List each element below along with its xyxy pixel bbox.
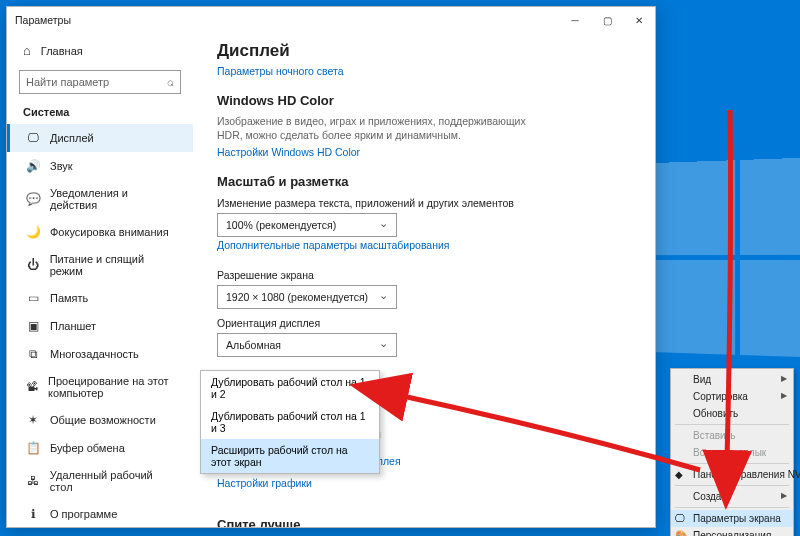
context-menu-label: Вид: [693, 374, 711, 385]
sidebar-item-10[interactable]: 📋Буфер обмена: [7, 434, 193, 462]
sidebar-item-icon: ▭: [26, 291, 40, 305]
orientation-label: Ориентация дисплея: [217, 317, 631, 329]
window-titlebar: Параметры ─ ▢ ✕: [7, 7, 655, 33]
sidebar-item-6[interactable]: ▣Планшет: [7, 312, 193, 340]
resolution-label: Разрешение экрана: [217, 269, 631, 281]
sidebar-item-label: Планшет: [50, 320, 96, 332]
hdcolor-link[interactable]: Настройки Windows HD Color: [217, 144, 631, 168]
context-menu-label: Параметры экрана: [693, 513, 781, 524]
context-menu-label: Вставить: [693, 430, 735, 441]
home-icon: ⌂: [23, 43, 31, 58]
orientation-dropdown[interactable]: Альбомная: [217, 333, 397, 357]
sidebar-item-3[interactable]: 🌙Фокусировка внимания: [7, 218, 193, 246]
resolution-dropdown[interactable]: 1920 × 1080 (рекомендуется): [217, 285, 397, 309]
minimize-button[interactable]: ─: [559, 7, 591, 33]
submenu-arrow-icon: ▶: [781, 391, 787, 400]
context-menu-item-11[interactable]: 🖵Параметры экрана: [671, 510, 793, 527]
sleep-heading: Спите лучше: [217, 517, 631, 527]
context-menu-item-12[interactable]: 🎨Персонализация: [671, 527, 793, 536]
sidebar-item-icon: ℹ: [26, 507, 40, 521]
sidebar-item-icon: 💬: [26, 192, 40, 206]
context-menu-item-9[interactable]: Создать▶: [671, 488, 793, 505]
context-menu-icon: 🎨: [675, 530, 687, 536]
sidebar-item-label: Общие возможности: [50, 414, 156, 426]
context-menu-label: Создать: [693, 491, 731, 502]
sidebar-item-11[interactable]: 🖧Удаленный рабочий стол: [7, 462, 193, 500]
context-menu-label: Персонализация: [693, 530, 771, 536]
context-menu-item-4: Вставить: [671, 427, 793, 444]
home-label: Главная: [41, 45, 83, 57]
sidebar-group-title: Система: [7, 102, 193, 124]
sidebar: ⌂ Главная Найти параметр ⌕ Система 🖵Дисп…: [7, 33, 193, 527]
context-menu-item-7[interactable]: ◆Панель управления NVIDIA: [671, 466, 793, 483]
sidebar-item-1[interactable]: 🔊Звук: [7, 152, 193, 180]
window-title: Параметры: [15, 14, 71, 26]
sidebar-item-2[interactable]: 💬Уведомления и действия: [7, 180, 193, 218]
sidebar-item-label: Уведомления и действия: [50, 187, 177, 211]
display-mode-option-0[interactable]: Дублировать рабочий стол на 1 и 2: [201, 371, 379, 405]
search-input[interactable]: Найти параметр ⌕: [19, 70, 181, 94]
sidebar-item-label: Питание и спящий режим: [50, 253, 177, 277]
context-menu-label: Обновить: [693, 408, 738, 419]
sidebar-item-4[interactable]: ⏻Питание и спящий режим: [7, 246, 193, 284]
submenu-arrow-icon: ▶: [781, 491, 787, 500]
page-title: Дисплей: [217, 41, 631, 61]
display-mode-option-1[interactable]: Дублировать рабочий стол на 1 и 3: [201, 405, 379, 439]
context-menu-item-2[interactable]: Обновить: [671, 405, 793, 422]
scale-dropdown[interactable]: 100% (рекомендуется): [217, 213, 397, 237]
sidebar-item-label: Удаленный рабочий стол: [50, 469, 177, 493]
sidebar-item-label: Буфер обмена: [50, 442, 125, 454]
sidebar-item-9[interactable]: ✶Общие возможности: [7, 406, 193, 434]
sidebar-item-label: Звук: [50, 160, 73, 172]
sidebar-item-12[interactable]: ℹО программе: [7, 500, 193, 527]
sidebar-item-icon: 📋: [26, 441, 40, 455]
desktop-context-menu: Вид▶Сортировка▶ОбновитьВставитьВставить …: [670, 368, 794, 536]
sidebar-item-8[interactable]: 📽Проецирование на этот компьютер: [7, 368, 193, 406]
desktop-windows-logo: [645, 156, 800, 363]
context-menu-icon: ◆: [675, 469, 687, 481]
context-menu-item-0[interactable]: Вид▶: [671, 371, 793, 388]
sidebar-item-icon: ▣: [26, 319, 40, 333]
close-button[interactable]: ✕: [623, 7, 655, 33]
sidebar-item-label: О программе: [50, 508, 117, 520]
sidebar-item-icon: 🌙: [26, 225, 40, 239]
search-icon: ⌕: [167, 75, 174, 89]
sidebar-item-icon: 🔊: [26, 159, 40, 173]
display-mode-option-2[interactable]: Расширить рабочий стол на этот экран: [201, 439, 379, 473]
sidebar-item-0[interactable]: 🖵Дисплей: [7, 124, 193, 152]
scale-heading: Масштаб и разметка: [217, 174, 631, 189]
search-placeholder: Найти параметр: [26, 76, 109, 88]
context-menu-item-1[interactable]: Сортировка▶: [671, 388, 793, 405]
sidebar-item-7[interactable]: ⧉Многозадачность: [7, 340, 193, 368]
hdcolor-desc: Изображение в видео, играх и приложениях…: [217, 114, 537, 142]
sidebar-item-icon: ⧉: [26, 347, 40, 361]
submenu-arrow-icon: ▶: [781, 374, 787, 383]
sidebar-item-icon: 🖧: [26, 474, 40, 488]
sidebar-item-label: Фокусировка внимания: [50, 226, 169, 238]
scale-label: Изменение размера текста, приложений и д…: [217, 197, 631, 209]
home-button[interactable]: ⌂ Главная: [7, 37, 193, 64]
context-menu-label: Вставить ярлык: [693, 447, 766, 458]
sidebar-item-label: Многозадачность: [50, 348, 139, 360]
sidebar-item-label: Проецирование на этот компьютер: [48, 375, 177, 399]
sidebar-item-label: Дисплей: [50, 132, 94, 144]
hdcolor-heading: Windows HD Color: [217, 93, 631, 108]
night-light-link[interactable]: Параметры ночного света: [217, 63, 631, 87]
graphics-settings-link[interactable]: Настройки графики: [217, 477, 631, 499]
sidebar-nav: 🖵Дисплей🔊Звук💬Уведомления и действия🌙Фок…: [7, 124, 193, 527]
context-menu-label: Сортировка: [693, 391, 748, 402]
maximize-button[interactable]: ▢: [591, 7, 623, 33]
sidebar-item-icon: ✶: [26, 413, 40, 427]
scale-advanced-link[interactable]: Дополнительные параметры масштабирования: [217, 237, 631, 261]
multi-display-mode-popup: Дублировать рабочий стол на 1 и 2Дублиро…: [200, 370, 380, 474]
context-menu-icon: 🖵: [675, 513, 687, 525]
sidebar-item-label: Память: [50, 292, 88, 304]
sidebar-item-icon: ⏻: [26, 258, 40, 272]
context-menu-item-5: Вставить ярлык: [671, 444, 793, 461]
sidebar-item-icon: 📽: [26, 380, 38, 394]
sidebar-item-icon: 🖵: [26, 131, 40, 145]
context-menu-label: Панель управления NVIDIA: [693, 469, 800, 480]
sidebar-item-5[interactable]: ▭Память: [7, 284, 193, 312]
